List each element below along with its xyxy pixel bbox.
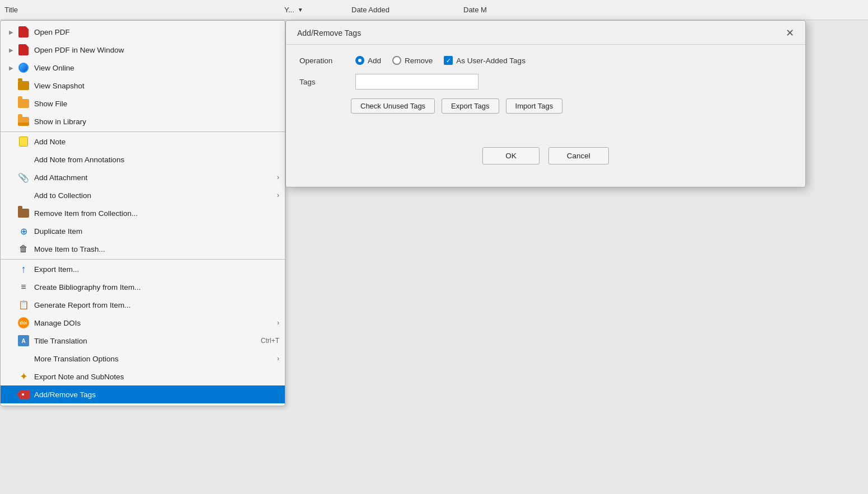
menu-label-doi: Manage DOIs: [34, 319, 81, 327]
col-y-header[interactable]: Y... ▼: [284, 6, 351, 14]
menu-item-view-online[interactable]: ▶ View Online: [1, 59, 285, 77]
none-icon-1: [17, 153, 30, 166]
bib-icon: ≡: [17, 281, 30, 293]
report-icon: 📋: [17, 299, 30, 311]
menu-item-trash[interactable]: ▶ 🗑 Move Item to Trash...: [1, 240, 285, 258]
doi-arrow: ›: [277, 319, 279, 327]
menu-label-bibliography: Create Bibliography from Item...: [34, 283, 141, 291]
menu-item-view-snapshot[interactable]: ▶ View Snapshot: [1, 77, 285, 95]
menu-label-add-to-collection: Add to Collection: [34, 191, 91, 200]
menu-label-trash: Move Item to Trash...: [34, 245, 105, 253]
context-menu: ▶ Open PDF ▶ Open PDF in New Window ▶ Vi…: [0, 20, 285, 406]
menu-item-add-note[interactable]: ▶ Add Note: [1, 131, 285, 150]
col-title-header: Title: [4, 6, 284, 14]
translate-icon: A: [17, 335, 30, 347]
menu-label-open-pdf-new: Open PDF in New Window: [34, 46, 124, 54]
menu-item-bibliography[interactable]: ▶ ≡ Create Bibliography from Item...: [1, 278, 285, 296]
menu-item-report[interactable]: ▶ 📋 Generate Report from Item...: [1, 296, 285, 314]
operation-row: Operation Add Remove ✓ As User-Added Tag…: [299, 56, 792, 65]
radio-remove-circle[interactable]: [392, 56, 401, 65]
menu-label-add-remove-tags: Add/Remove Tags: [34, 391, 96, 399]
menu-label-open-pdf: Open PDF: [34, 28, 70, 36]
as-user-added-label: As User-Added Tags: [456, 57, 526, 65]
menu-item-open-pdf[interactable]: ▶ Open PDF: [1, 23, 285, 41]
duplicate-icon: ⊕: [17, 225, 30, 237]
menu-label-add-note: Add Note: [34, 138, 65, 146]
paperclip-icon: 📎: [17, 171, 30, 184]
check-unused-tags-button[interactable]: Check Unused Tags: [351, 98, 435, 114]
menu-label-add-attachment: Add Attachment: [34, 173, 87, 182]
menu-label-more-translation: More Translation Options: [34, 355, 119, 363]
folder-open-icon: [17, 115, 30, 128]
row-expand-3: ▶: [7, 64, 15, 72]
as-user-added-checkbox[interactable]: ✓: [444, 56, 453, 65]
radio-add-circle[interactable]: [355, 56, 364, 65]
trash-icon: 🗑: [17, 243, 30, 255]
menu-item-add-remove-tags[interactable]: ▶ Add/Remove Tags: [1, 385, 285, 403]
row-expand-1: ▶: [7, 28, 15, 36]
menu-item-duplicate[interactable]: ▶ ⊕ Duplicate Item: [1, 222, 285, 240]
none-icon-3: [17, 352, 30, 365]
radio-remove-label: Remove: [405, 57, 433, 65]
add-to-collection-arrow: ›: [277, 191, 279, 199]
radio-add-option[interactable]: Add: [355, 56, 381, 65]
col-date-added-header: Date Added: [351, 6, 463, 14]
radio-add-label: Add: [368, 57, 381, 65]
export-icon: ↑: [17, 263, 30, 275]
menu-item-translate[interactable]: ▶ A Title Translation Ctrl+T: [1, 332, 285, 350]
row-expand-2: ▶: [7, 46, 15, 54]
operation-label: Operation: [299, 57, 344, 65]
tags-label: Tags: [299, 78, 344, 86]
menu-label-translate: Title Translation: [34, 337, 87, 345]
more-translation-arrow: ›: [277, 355, 279, 363]
menu-item-add-attachment[interactable]: ▶ 📎 Add Attachment ›: [1, 168, 285, 186]
dialog-titlebar: Add/Remove Tags ✕: [286, 21, 805, 45]
pdf-icon-2: [17, 44, 30, 56]
snapshot-icon: [17, 79, 30, 92]
menu-item-more-translation[interactable]: ▶ More Translation Options ›: [1, 350, 285, 368]
pdf-icon-1: [17, 26, 30, 38]
menu-label-report: Generate Report from Item...: [34, 301, 131, 309]
menu-label-view-snapshot: View Snapshot: [34, 82, 85, 90]
star-icon: ✦: [17, 370, 30, 383]
add-attachment-arrow: ›: [277, 173, 279, 181]
menu-label-view-online: View Online: [34, 64, 74, 72]
menu-item-remove-collection[interactable]: ▶ Remove Item from Collection...: [1, 204, 285, 222]
radio-remove-option[interactable]: Remove: [392, 56, 433, 65]
menu-label-add-note-annotations: Add Note from Annotations: [34, 156, 124, 164]
ok-button[interactable]: OK: [482, 147, 539, 164]
col-y-chevron: ▼: [298, 7, 303, 13]
tags-row: Tags: [299, 74, 792, 90]
menu-item-open-pdf-new[interactable]: ▶ Open PDF in New Window: [1, 41, 285, 59]
table-header: Title Y... ▼ Date Added Date M: [0, 0, 868, 20]
tag-icon: [17, 388, 30, 401]
translate-shortcut: Ctrl+T: [261, 337, 279, 345]
menu-label-duplicate: Duplicate Item: [34, 227, 82, 236]
menu-label-export: Export Item...: [34, 265, 79, 274]
menu-item-show-file[interactable]: ▶ Show File: [1, 95, 285, 112]
col-date-m-header: Date M: [463, 6, 487, 14]
note-icon: [17, 135, 30, 148]
menu-item-doi[interactable]: ▶ doi Manage DOIs ›: [1, 314, 285, 332]
menu-item-export-note[interactable]: ▶ ✦ Export Note and SubNotes: [1, 368, 285, 385]
dialog-body: Operation Add Remove ✓ As User-Added Tag…: [286, 45, 805, 176]
menu-label-export-note: Export Note and SubNotes: [34, 373, 124, 381]
radio-group: Add Remove ✓ As User-Added Tags: [355, 56, 526, 65]
tags-input[interactable]: [355, 74, 478, 90]
menu-item-show-library[interactable]: ▶ Show in Library: [1, 112, 285, 130]
doi-icon: doi: [17, 317, 30, 329]
as-user-added-option[interactable]: ✓ As User-Added Tags: [444, 56, 526, 65]
export-tags-button[interactable]: Export Tags: [442, 98, 499, 114]
dialog-title: Add/Remove Tags: [297, 29, 361, 37]
menu-label-remove-collection: Remove Item from Collection...: [34, 209, 138, 218]
menu-item-export[interactable]: ▶ ↑ Export Item...: [1, 259, 285, 278]
dialog-close-button[interactable]: ✕: [783, 26, 796, 40]
action-buttons-row: Check Unused Tags Export Tags Import Tag…: [299, 98, 792, 114]
dialog-footer: OK Cancel: [299, 147, 792, 164]
import-tags-button[interactable]: Import Tags: [506, 98, 563, 114]
cancel-button[interactable]: Cancel: [548, 147, 609, 164]
menu-label-show-library: Show in Library: [34, 117, 86, 126]
globe-icon: [17, 62, 30, 74]
menu-item-add-note-annotations[interactable]: ▶ Add Note from Annotations: [1, 150, 285, 168]
menu-item-add-to-collection[interactable]: ▶ Add to Collection ›: [1, 186, 285, 204]
